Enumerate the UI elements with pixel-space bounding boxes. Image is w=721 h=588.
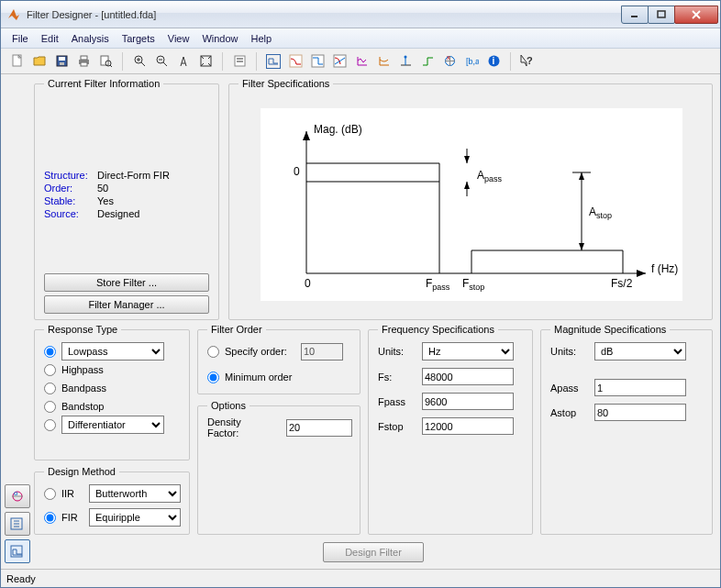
options: Options Density Factor: [197, 400, 360, 535]
density-field[interactable] [286, 419, 352, 437]
menu-targets[interactable]: Targets [122, 33, 155, 44]
y-zero: 0 [294, 165, 300, 178]
design-filter-icon[interactable] [5, 539, 30, 563]
menu-help[interactable]: Help [251, 33, 272, 44]
coeffs-icon[interactable]: [b,a] [462, 52, 481, 71]
svg-text:[b,a]: [b,a] [466, 57, 479, 66]
svg-line-15 [141, 62, 145, 66]
specify-order-field [301, 343, 343, 361]
impulse-icon[interactable] [396, 52, 415, 71]
mag-phase-icon[interactable] [330, 52, 349, 71]
mag-units-select[interactable]: dB [594, 342, 686, 361]
new-icon[interactable] [8, 52, 27, 71]
apass-anno: Apass [477, 169, 502, 183]
lowpass-radio[interactable] [44, 346, 56, 358]
fstop-label: Fstop [378, 421, 422, 432]
menu-window[interactable]: Window [202, 33, 238, 44]
zoom-in-icon[interactable] [130, 52, 149, 71]
apass-field[interactable] [594, 379, 686, 396]
import-filter-icon[interactable] [5, 512, 30, 536]
cfi-legend: Current Filter Information [44, 78, 163, 89]
pole-zero-editor-icon[interactable]: o [5, 484, 30, 508]
fpass-tick: Fpass [426, 277, 449, 292]
svg-rect-1 [658, 11, 665, 17]
bandstop-label: Bandstop [61, 401, 104, 412]
svg-rect-10 [81, 62, 87, 66]
menu-file[interactable]: File [12, 33, 28, 44]
mag-axis-label: Mag. (dB) [314, 123, 362, 136]
menu-analysis[interactable]: Analysis [72, 33, 109, 44]
svg-text:i: i [492, 56, 494, 66]
lowpass-select[interactable]: Lowpass [61, 342, 164, 361]
store-filter-button[interactable]: Store Filter ... [44, 273, 209, 292]
fir-select[interactable]: Equiripple [89, 508, 181, 527]
diff-select[interactable]: Differentiator [61, 416, 164, 434]
info-icon[interactable]: i [484, 52, 503, 71]
fpass-field[interactable] [422, 393, 514, 410]
svg-text:?: ? [527, 55, 533, 66]
x-zero: 0 [305, 277, 311, 290]
zoom-out-icon[interactable] [152, 52, 171, 71]
ms-legend: Magnitude Specifications [550, 324, 670, 335]
filter-manager-button[interactable]: Filter Manager ... [44, 295, 209, 314]
order-value: 50 [97, 183, 108, 194]
bandpass-radio[interactable] [44, 383, 56, 394]
svg-point-31 [404, 56, 406, 59]
fir-radio[interactable] [44, 512, 56, 524]
phase-icon[interactable] [308, 52, 327, 71]
iir-radio[interactable] [44, 488, 56, 500]
zoom-reset-icon[interactable] [196, 52, 215, 71]
phase-delay-icon[interactable] [374, 52, 393, 71]
svg-line-13 [110, 65, 112, 67]
group-delay-icon[interactable] [352, 52, 371, 71]
fs-legend: Frequency Specifications [378, 324, 498, 335]
save-icon[interactable] [52, 52, 71, 71]
specify-order-radio[interactable] [207, 346, 219, 358]
fs-label: Fs: [378, 372, 422, 383]
svg-rect-6 [59, 57, 65, 61]
stable-value: Yes [97, 195, 114, 206]
highpass-label: Highpass [61, 364, 104, 375]
freq-units-select[interactable]: Hz [422, 342, 514, 361]
print-icon[interactable] [74, 52, 93, 71]
current-filter-info: Current Filter Information Structure:Dir… [34, 78, 219, 320]
fs-field[interactable] [422, 368, 514, 385]
design-method: Design Method IIRButterworth FIREquiripp… [34, 466, 190, 535]
menubar: File Edit Analysis Targets View Window H… [1, 28, 720, 49]
fstop-field[interactable] [422, 417, 514, 435]
filter-params-icon[interactable] [230, 52, 249, 71]
highpass-radio[interactable] [44, 364, 56, 376]
fir-label: FIR [61, 512, 83, 523]
iir-label: IIR [61, 488, 83, 499]
astop-field[interactable] [594, 404, 686, 421]
structure-value: Direct-Form FIR [97, 170, 170, 181]
diff-radio[interactable] [44, 419, 56, 431]
iir-select[interactable]: Butterworth [89, 484, 181, 503]
maximize-button[interactable] [648, 6, 675, 24]
filter-specifications: Filter Specifications [228, 78, 713, 320]
minimum-order-radio[interactable] [207, 372, 219, 383]
f-axis-label: f (Hz) [651, 262, 678, 275]
magnitude-icon[interactable] [286, 52, 305, 71]
compass-icon[interactable] [174, 52, 193, 71]
step-icon[interactable] [418, 52, 437, 71]
print-preview-icon[interactable] [96, 52, 115, 71]
spec-plot: Mag. (dB) f (Hz) 0 0 Fpass Fstop Fs/2 Ap… [261, 108, 682, 301]
design-filter-button[interactable]: Design Filter [323, 542, 424, 562]
menu-edit[interactable]: Edit [41, 33, 59, 44]
context-help-icon[interactable]: ? [518, 52, 537, 71]
spec-icon[interactable] [264, 52, 283, 71]
open-icon[interactable] [30, 52, 49, 71]
structure-label: Structure: [44, 170, 97, 181]
menu-view[interactable]: View [168, 33, 190, 44]
bandstop-radio[interactable] [44, 401, 56, 413]
astop-label: Astop [550, 407, 594, 418]
svg-rect-9 [81, 56, 87, 60]
titlebar: Filter Designer - [untitled.fda] [1, 1, 720, 28]
toolbar: x [b,a] i ? [1, 49, 720, 74]
svg-rect-26 [290, 55, 302, 67]
freq-units-label: Units: [378, 346, 422, 357]
pole-zero-icon[interactable]: x [440, 52, 459, 71]
minimize-button[interactable] [621, 6, 649, 24]
close-button[interactable] [674, 6, 718, 24]
